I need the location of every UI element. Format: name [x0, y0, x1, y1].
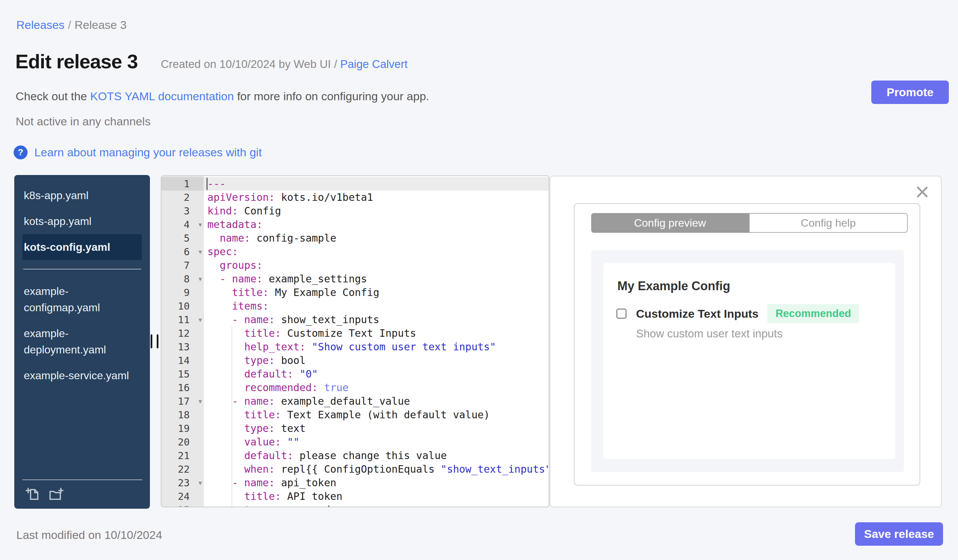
preview-card: Config previewConfig help My Example Con…: [574, 203, 920, 486]
code-line[interactable]: ---: [204, 177, 549, 191]
fold-arrow-icon[interactable]: ▾: [198, 245, 202, 259]
docs-note-prefix: Check out the: [16, 90, 90, 103]
line-number: 21: [162, 449, 203, 462]
line-number: 24: [162, 490, 203, 503]
file-tree-item-kots-app.yaml[interactable]: kots-app.yaml: [22, 208, 142, 234]
code-line[interactable]: value: "": [204, 435, 549, 449]
author-link[interactable]: Paige Calvert: [340, 58, 408, 70]
splitter-bar: [157, 334, 159, 348]
fold-arrow-icon[interactable]: ▾: [198, 313, 202, 327]
line-number: 6▾: [162, 245, 203, 259]
code-line[interactable]: metadata:: [204, 218, 549, 231]
code-line[interactable]: help_text: "Show custom user text inputs…: [204, 340, 549, 354]
line-number: 18: [162, 408, 203, 422]
created-text: Created on 10/10/2024 by Web UI /: [161, 58, 340, 70]
line-number: 14: [162, 354, 203, 367]
code-line[interactable]: when: repl{{ ConfigOptionEquals "show_te…: [204, 462, 549, 476]
file-tree-item-example-deployment.yaml[interactable]: example-deployment.yaml: [22, 320, 142, 362]
recommended-badge: Recommended: [767, 304, 859, 323]
code-line[interactable]: type: password: [204, 503, 549, 507]
code-line[interactable]: title: Customize Text Inputs: [204, 327, 549, 340]
file-tree-item-k8s-app.yaml[interactable]: k8s-app.yaml: [22, 182, 142, 208]
splitter-bar: [151, 334, 152, 348]
line-number: 9: [162, 286, 203, 299]
docs-note: Check out the KOTS YAML documentation fo…: [16, 89, 429, 103]
tab-config-help[interactable]: Config help: [749, 213, 908, 233]
kots-yaml-docs-link[interactable]: KOTS YAML documentation: [90, 90, 234, 103]
code-line[interactable]: - name: example_default_value: [204, 394, 549, 408]
git-help-link[interactable]: Learn about managing your releases with …: [34, 146, 262, 159]
save-release-button[interactable]: Save release: [855, 522, 943, 546]
config-item-row: Customize Text Inputs Recommended: [616, 304, 859, 323]
editor-code[interactable]: ---apiVersion: kots.io/v1beta1kind: Conf…: [204, 176, 549, 507]
created-meta: Created on 10/10/2024 by Web UI / Paige …: [161, 57, 408, 71]
code-line[interactable]: title: API token: [204, 490, 549, 503]
last-modified-text: Last modified on 10/10/2024: [16, 528, 162, 542]
line-number: 15: [162, 367, 203, 381]
sidebar-editor-splitter[interactable]: [151, 334, 159, 348]
line-number: 8▾: [162, 272, 203, 286]
fold-arrow-icon[interactable]: ▾: [198, 476, 202, 490]
line-number: 20: [162, 435, 203, 449]
tab-config-preview[interactable]: Config preview: [591, 213, 749, 233]
code-line[interactable]: - name: api_token: [204, 476, 549, 490]
line-number: 5: [162, 231, 203, 245]
breadcrumb-separator: /: [68, 18, 71, 31]
file-tree-sidebar: k8s-app.yamlkots-app.yamlkots-config.yam…: [14, 175, 150, 509]
config-group-title: My Example Config: [617, 278, 730, 294]
add-folder-icon[interactable]: [48, 487, 64, 502]
line-number: 19: [162, 422, 203, 435]
line-number: 22: [162, 462, 203, 476]
breadcrumb: Releases/Release 3: [16, 18, 127, 32]
config-item-label: Customize Text Inputs: [636, 307, 758, 320]
add-file-icon[interactable]: [25, 487, 41, 502]
line-number: 16: [162, 381, 203, 394]
indent-guide: [232, 327, 232, 507]
text-cursor: [206, 178, 208, 190]
code-line[interactable]: groups:: [204, 259, 549, 272]
file-tree-actions: [22, 479, 143, 509]
fold-arrow-icon[interactable]: ▾: [198, 394, 202, 408]
line-number: 3: [162, 204, 203, 218]
code-line[interactable]: - name: show_text_inputs: [204, 313, 549, 327]
line-number: 1: [162, 177, 203, 191]
line-number: 13: [162, 340, 203, 354]
code-line[interactable]: spec:: [204, 245, 549, 259]
code-line[interactable]: name: config-sample: [204, 231, 549, 245]
close-icon[interactable]: [916, 186, 928, 198]
code-line[interactable]: type: bool: [204, 354, 549, 367]
file-tree-item-kots-config.yaml[interactable]: kots-config.yaml: [22, 234, 142, 260]
preview-tabs: Config previewConfig help: [591, 213, 908, 233]
preview-viewport: My Example Config Customize Text Inputs …: [591, 250, 904, 472]
editor-gutter: 1234▾56▾78▾91011▾121314151617▾1819202122…: [162, 176, 204, 507]
file-tree-item-example-configmap.yaml[interactable]: example-configmap.yaml: [22, 278, 142, 320]
code-line[interactable]: title: My Example Config: [204, 286, 549, 299]
file-tree-item-example-service.yaml[interactable]: example-service.yaml: [22, 362, 142, 388]
code-line[interactable]: type: text: [204, 422, 549, 435]
breadcrumb-current: Release 3: [75, 18, 127, 31]
promote-button[interactable]: Promote: [871, 81, 949, 104]
yaml-code-editor[interactable]: 1234▾56▾78▾91011▾121314151617▾1819202122…: [161, 176, 549, 507]
line-number: 10: [162, 299, 203, 313]
config-item-checkbox[interactable]: [616, 308, 627, 319]
code-line[interactable]: default: please change this value: [204, 449, 549, 462]
code-line[interactable]: default: "0": [204, 367, 549, 381]
config-form-card: My Example Config Customize Text Inputs …: [603, 263, 895, 459]
line-number: 25: [162, 503, 203, 507]
line-number: 17▾: [162, 394, 203, 408]
fold-arrow-icon[interactable]: ▾: [198, 272, 202, 286]
file-list: k8s-app.yamlkots-app.yamlkots-config.yam…: [14, 175, 150, 388]
code-line[interactable]: recommended: true: [204, 381, 549, 394]
code-line[interactable]: kind: Config: [204, 204, 549, 218]
line-number: 7: [162, 259, 203, 272]
docs-note-suffix: for more info on configuring your app.: [234, 90, 429, 103]
code-line[interactable]: title: Text Example (with default value): [204, 408, 549, 422]
line-number: 11▾: [162, 313, 203, 327]
fold-arrow-icon[interactable]: ▾: [198, 218, 202, 231]
code-line[interactable]: - name: example_settings: [204, 272, 549, 286]
breadcrumb-releases-link[interactable]: Releases: [16, 18, 65, 31]
code-line[interactable]: items:: [204, 299, 549, 313]
config-preview-panel: Config previewConfig help My Example Con…: [550, 176, 942, 507]
line-number: 23▾: [162, 476, 203, 490]
code-line[interactable]: apiVersion: kots.io/v1beta1: [204, 191, 549, 204]
